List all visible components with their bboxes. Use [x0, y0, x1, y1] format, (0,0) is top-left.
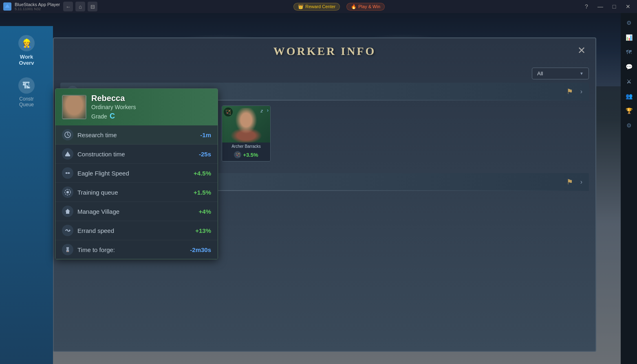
archer-stat-value: +3.5% — [243, 152, 258, 158]
home-button[interactable]: ⌂ — [75, 2, 85, 11]
tooltip-stat-errand-speed: Errand speed +13% — [55, 221, 218, 240]
filter-arrow-icon: ▼ — [580, 71, 584, 76]
rs-gear-icon[interactable]: ⚙ — [622, 119, 635, 132]
tooltip-name: Rebecca — [91, 94, 211, 103]
errand-speed-name: Errand speed — [77, 227, 195, 234]
tooltip-grade-row: Grade C — [91, 112, 211, 121]
worker-card-archer[interactable]: 🏹 z › Archer Barracks 🏹 +3.5% — [222, 105, 271, 162]
back-button[interactable]: ← — [63, 2, 73, 11]
research-time-name: Research time — [77, 132, 200, 138]
app-name: BlueStacks App Player — [15, 2, 60, 7]
section-1-arrow[interactable]: › — [580, 88, 582, 95]
archer-zzz: z — [261, 108, 263, 113]
panel-close-button[interactable]: ✕ — [574, 43, 589, 58]
manage-village-icon — [62, 206, 73, 217]
errand-speed-icon — [62, 225, 73, 236]
windows-button[interactable]: ⊟ — [88, 2, 97, 11]
left-overview-panel: 👷 WorkOverv 🏗 ConstrQueue — [0, 26, 53, 364]
panel-title: WORKER INFO — [54, 38, 595, 64]
svg-rect-2 — [65, 155, 70, 156]
tooltip-stat-manage-village: Manage Village +4% — [55, 202, 218, 221]
titlebar-right: ? — □ ✕ — [581, 2, 634, 11]
tooltip-grade-value: C — [110, 112, 115, 121]
rs-battle-icon[interactable]: ⚔ — [622, 75, 635, 88]
help-button[interactable]: ? — [581, 2, 592, 11]
archer-arrow-icon: › — [267, 107, 269, 113]
manage-village-value: +4% — [199, 208, 211, 215]
play-win-button[interactable]: 🔥 Play & Win — [346, 3, 385, 11]
svg-marker-3 — [66, 151, 70, 155]
time-to-forge-value: -2m30s — [190, 246, 211, 253]
tooltip-stat-research-time: Research time -1m — [55, 125, 218, 145]
rs-trophy-icon[interactable]: 🏆 — [622, 104, 635, 117]
section-1-rank-icon: ⚑ — [564, 86, 575, 97]
tooltip-stats: Research time -1m Construction time -25s… — [55, 125, 218, 259]
tooltip-stat-eagle-flight: Eagle Flight Speed +4.5% — [55, 164, 218, 183]
worker-overview-label: WorkOverv — [19, 54, 34, 66]
worker-portrait-archer: 🏹 z › — [222, 106, 270, 143]
app-logo — [3, 2, 11, 11]
worker-tooltip: Rebecca Ordinary Workers Grade C Researc… — [55, 88, 218, 259]
titlebar-nav: ← ⌂ ⊟ — [63, 2, 97, 11]
training-queue-value: +1.5% — [194, 189, 211, 196]
svg-marker-6 — [65, 209, 70, 214]
section-2-rank-icon: ⚑ — [564, 176, 575, 188]
archer-card-icon: 🏹 — [224, 107, 233, 116]
construction-icon: 🏗 — [18, 77, 35, 94]
right-sidebar: ⚙ 📊 🗺 💬 ⚔ 👥 🏆 ⚙ — [621, 13, 637, 364]
time-to-forge-icon — [62, 244, 73, 255]
tooltip-class: Ordinary Workers — [91, 104, 211, 110]
svg-marker-0 — [5, 4, 10, 8]
tooltip-stat-construction-time: Construction time -25s — [55, 145, 218, 164]
rs-chat-icon[interactable]: 💬 — [622, 60, 635, 73]
construction-time-value: -25s — [199, 151, 211, 158]
sidebar-item-construction-queue[interactable]: 🏗 ConstrQueue — [3, 72, 50, 113]
reward-center-button[interactable]: 👑 Reward Center — [293, 3, 340, 11]
time-to-forge-name: Time to forge: — [77, 246, 190, 253]
research-time-value: -1m — [200, 132, 211, 138]
tooltip-avatar-face — [63, 96, 86, 118]
manage-village-name: Manage Village — [77, 208, 199, 215]
training-queue-icon — [62, 186, 73, 198]
crown-icon: 👑 — [298, 4, 304, 9]
archer-stat: 🏹 +3.5% — [222, 150, 270, 161]
construction-time-icon — [62, 148, 73, 160]
tooltip-header: Rebecca Ordinary Workers Grade C — [55, 89, 218, 125]
minimize-button[interactable]: — — [595, 2, 606, 11]
svg-point-5 — [66, 191, 69, 193]
eagle-flight-icon — [62, 167, 73, 179]
tooltip-stat-time-to-forge: Time to forge: -2m30s — [55, 240, 218, 259]
archer-label: Archer Barracks — [222, 143, 270, 150]
tooltip-grade-label: Grade — [91, 113, 107, 120]
restore-button[interactable]: □ — [608, 2, 620, 11]
research-time-icon — [62, 129, 73, 140]
titlebar: BlueStacks App Player 5.11.11001 N32 ← ⌂… — [0, 0, 637, 13]
tooltip-name-block: Rebecca Ordinary Workers Grade C — [91, 94, 211, 121]
play-win-label: Play & Win — [358, 4, 380, 9]
reward-center-label: Reward Center — [305, 4, 335, 9]
eagle-flight-name: Eagle Flight Speed — [77, 170, 194, 177]
section-2-arrow[interactable]: › — [580, 178, 582, 186]
svg-marker-7 — [69, 229, 71, 232]
construction-label: ConstrQueue — [19, 96, 34, 107]
eagle-flight-value: +4.5% — [194, 170, 211, 177]
close-button[interactable]: ✕ — [622, 2, 634, 11]
tooltip-avatar — [62, 95, 86, 119]
filter-dropdown[interactable]: All ▼ — [532, 68, 589, 79]
rs-stats-icon[interactable]: 📊 — [622, 31, 635, 44]
app-version: 5.11.11001 N32 — [15, 7, 60, 11]
rs-settings-icon[interactable]: ⚙ — [622, 16, 635, 29]
worker-overview-icon: 👷 — [18, 35, 35, 51]
tooltip-stat-training-queue: Training queue +1.5% — [55, 183, 218, 202]
filter-label: All — [537, 70, 543, 77]
rs-map-icon[interactable]: 🗺 — [622, 46, 635, 59]
training-queue-name: Training queue — [77, 189, 194, 196]
construction-time-name: Construction time — [77, 151, 199, 158]
errand-speed-value: +13% — [195, 227, 211, 234]
rs-users-icon[interactable]: 👥 — [622, 90, 635, 103]
fire-icon: 🔥 — [351, 4, 357, 9]
sidebar-item-worker-overview[interactable]: 👷 WorkOverv — [3, 29, 50, 72]
archer-stat-icon: 🏹 — [234, 151, 241, 158]
titlebar-left: BlueStacks App Player 5.11.11001 N32 ← ⌂… — [3, 2, 97, 11]
filter-bar: All ▼ — [54, 64, 595, 83]
